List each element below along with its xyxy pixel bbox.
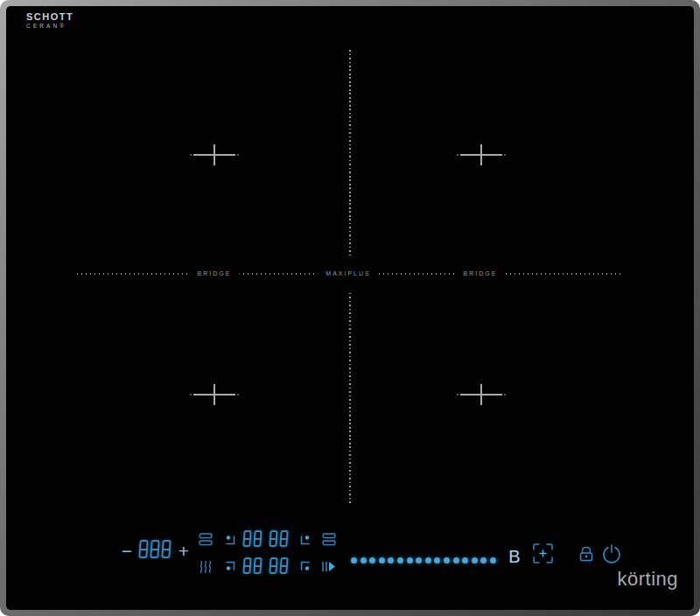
slider-dot[interactable] (360, 557, 367, 564)
timer-display (137, 540, 172, 558)
schott-ceran-logo: SCHOTT CERAN® (26, 12, 74, 30)
seven-segment-digit (161, 540, 171, 558)
slider-dot[interactable] (351, 557, 357, 564)
slider-dot[interactable] (369, 557, 375, 564)
slider-dot[interactable] (472, 557, 478, 564)
power-standby-icon (601, 543, 622, 564)
seven-segment-digit (150, 540, 159, 558)
burner-marker-rear-left (190, 144, 239, 166)
zone-front-left-icon (223, 560, 236, 573)
bridge-left-button[interactable] (198, 532, 214, 546)
timer-minus-button[interactable]: − (116, 541, 137, 564)
slider-dot[interactable] (425, 557, 431, 564)
child-lock-button[interactable] (575, 542, 598, 565)
keep-warm-button[interactable] (198, 559, 214, 574)
seven-segment-digit (253, 557, 262, 574)
slider-dot[interactable] (407, 557, 413, 564)
zone-front-right-icon (299, 560, 312, 573)
flex-zone-button[interactable] (529, 540, 556, 566)
slider-dot[interactable] (453, 557, 459, 564)
bridge-link-icon (322, 533, 336, 546)
schott-logo-text: SCHOTT (26, 12, 74, 22)
ceran-glass-surface: SCHOTT CERAN® BRIDGE MAXIPLUS BRIDGE − + (6, 6, 694, 610)
burner-marker-front-left (190, 383, 239, 406)
seven-segment-digit (242, 557, 251, 574)
power-button[interactable] (599, 542, 624, 566)
padlock-icon (577, 544, 596, 564)
slider-dot[interactable] (444, 557, 450, 564)
seven-segment-digit (279, 557, 288, 574)
power-slider[interactable] (351, 554, 496, 566)
slider-dot[interactable] (416, 557, 422, 564)
bridge-link-icon (199, 533, 213, 546)
zone-select-rear-left-button[interactable] (222, 532, 236, 546)
burner-marker-front-right (457, 383, 506, 406)
slider-dot[interactable] (434, 557, 440, 564)
power-level-display-rear-left (242, 530, 262, 547)
seven-segment-digit (242, 530, 251, 547)
timer-plus-button[interactable]: + (173, 541, 194, 564)
ceran-logo-text: CERAN® (26, 24, 74, 30)
slider-dot[interactable] (490, 557, 496, 564)
pause-play-icon (320, 560, 338, 573)
slider-dot[interactable] (480, 557, 486, 564)
seven-segment-digit (279, 530, 288, 547)
power-level-display-front-left (242, 557, 262, 574)
vertical-dotted-divider-bottom (349, 293, 351, 503)
slider-dot[interactable] (379, 557, 385, 564)
power-level-display-rear-right (268, 530, 289, 547)
bridge-right-button[interactable] (321, 532, 337, 546)
seven-segment-digit (253, 530, 262, 547)
slider-dot[interactable] (397, 557, 403, 564)
vertical-dotted-divider-top (349, 50, 351, 256)
seven-segment-digit (269, 530, 277, 547)
bridge-label-right: BRIDGE (456, 269, 506, 278)
keep-warm-steam-icon (199, 560, 213, 574)
korting-logo: körting (617, 568, 678, 591)
burner-marker-rear-right (457, 144, 506, 166)
zone-select-front-right-button[interactable] (298, 559, 312, 573)
maxiplus-label: MAXIPLUS (318, 269, 378, 278)
seven-segment-digit (269, 557, 277, 574)
seven-segment-digit (138, 540, 148, 558)
bridge-label-left: BRIDGE (190, 269, 240, 278)
pause-play-button[interactable] (319, 559, 339, 574)
zone-rear-right-icon (299, 533, 312, 546)
induction-cooktop: SCHOTT CERAN® BRIDGE MAXIPLUS BRIDGE − + (0, 0, 700, 616)
slider-dot[interactable] (462, 557, 468, 564)
slider-dot[interactable] (388, 557, 394, 564)
zone-select-front-left-button[interactable] (222, 559, 236, 573)
zone-select-rear-right-button[interactable] (298, 532, 312, 546)
boost-button[interactable]: B (503, 544, 526, 569)
power-level-display-front-right (268, 557, 289, 574)
zone-rear-left-icon (223, 533, 236, 546)
corner-brackets-plus-icon (531, 542, 555, 565)
